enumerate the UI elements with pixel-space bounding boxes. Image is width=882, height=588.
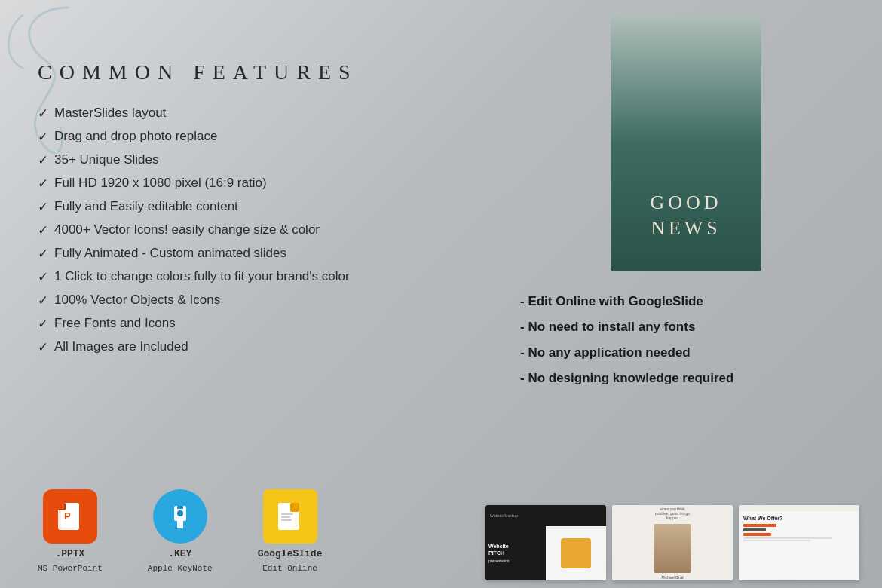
mini-line-1	[743, 537, 832, 539]
google-icon-item: GoogleSlide Edit Online	[258, 489, 323, 573]
google-slide-icon	[263, 489, 317, 544]
feature-item: ✓1 Click to change colors fully to fit y…	[38, 269, 490, 285]
features-list: ✓MasterSlides layout✓Drag and drop photo…	[38, 106, 490, 355]
feature-text: Fully Animated - Custom animated slides	[54, 246, 286, 261]
key-label-bottom: Apple KeyNote	[148, 564, 213, 573]
thumbnail-pitch: Website Mockup WebsitePITCHpresentation	[485, 505, 606, 580]
feature-text: Fully and Easily editable content	[54, 199, 238, 214]
feature-item: ✓MasterSlides layout	[38, 106, 490, 121]
feature-item: ✓Fully and Easily editable content	[38, 199, 490, 215]
key-icon-item: .KEY Apple KeyNote	[148, 489, 213, 573]
feature-item: ✓Free Fonts and Icons	[38, 316, 490, 332]
check-mark: ✓	[38, 222, 50, 238]
left-panel: Common Features ✓MasterSlides layout✓Dra…	[38, 60, 490, 370]
pptx-label-bottom: MS PowerPoint	[38, 564, 103, 573]
feature-text: 100% Vector Objects & Icons	[54, 292, 220, 308]
right-panel: GOOD NEWS - Edit Online with GoogleSlide…	[520, 15, 852, 404]
svg-rect-8	[177, 506, 183, 509]
feature-item: ✓4000+ Vector Icons! easily change size …	[38, 222, 490, 238]
feature-text: 1 Click to change colors fully to fit yo…	[54, 269, 350, 284]
key-label-top: .KEY	[168, 548, 191, 559]
section-title: Common Features	[38, 60, 490, 84]
feature-item: ✓Full HD 1920 x 1080 pixel (16:9 ratio)	[38, 176, 490, 191]
thumb1-right	[546, 526, 606, 580]
pptx-icon-item: P .PPTX MS PowerPoint	[38, 489, 103, 573]
thumb3-header	[739, 505, 859, 511]
check-mark: ✓	[38, 269, 50, 285]
svg-rect-7	[177, 519, 183, 528]
feature-text: Full HD 1920 x 1080 pixel (16:9 ratio)	[54, 176, 267, 191]
check-mark: ✓	[38, 339, 50, 355]
thumbnails-row: Website Mockup WebsitePITCHpresentation …	[485, 505, 859, 580]
feature-item: ✓100% Vector Objects & Icons	[38, 292, 490, 308]
good-news-text: GOOD NEWS	[650, 190, 721, 241]
google-label-top: GoogleSlide	[258, 548, 323, 559]
svg-rect-12	[290, 503, 299, 512]
google-label-bottom: Edit Online	[262, 564, 317, 573]
benefits-list: - Edit Online with GoogleSlide- No need …	[520, 294, 852, 386]
svg-rect-4	[58, 503, 64, 509]
benefit-item: - No any application needed	[520, 345, 852, 360]
icons-row: P .PPTX MS PowerPoint .KEY Apple KeyNote	[38, 489, 322, 573]
thumbnail-offer: What We Offer?	[739, 505, 859, 580]
feature-text: Free Fonts and Icons	[54, 316, 176, 331]
feature-text: All Images are Included	[54, 339, 188, 354]
svg-rect-14	[281, 516, 290, 518]
check-mark: ✓	[38, 292, 50, 308]
check-mark: ✓	[38, 152, 50, 168]
benefit-item: - No need to install any fonts	[520, 320, 852, 335]
key-icon	[153, 489, 207, 544]
check-mark: ✓	[38, 129, 50, 145]
feature-text: 4000+ Vector Icons! easily change size &…	[54, 222, 320, 237]
check-mark: ✓	[38, 246, 50, 262]
feature-text: MasterSlides layout	[54, 106, 166, 121]
person-image	[654, 524, 691, 573]
mini-bar-3	[743, 533, 771, 536]
thumb1-left: WebsitePITCHpresentation	[485, 526, 546, 580]
chair-decoration	[561, 538, 591, 568]
check-mark: ✓	[38, 176, 50, 191]
check-mark: ✓	[38, 106, 50, 121]
pptx-icon: P	[43, 489, 97, 544]
svg-text:P: P	[64, 510, 71, 522]
feature-item: ✓Drag and drop photo replace	[38, 129, 490, 145]
feature-item: ✓Fully Animated - Custom animated slides	[38, 246, 490, 262]
mini-bar-1	[743, 524, 776, 527]
thumb2-body: when you thinkpositive, good thingshappe…	[612, 505, 733, 580]
thumb3-body: What We Offer?	[739, 511, 859, 580]
mini-bar-2	[743, 528, 766, 531]
thumb1-body: WebsitePITCHpresentation	[485, 526, 606, 580]
thumbnail-profile: when you thinkpositive, good thingshappe…	[612, 505, 733, 580]
check-mark: ✓	[38, 199, 50, 215]
feature-text: 35+ Unique Slides	[54, 152, 158, 167]
mini-line-2	[743, 540, 810, 541]
benefit-item: - Edit Online with GoogleSlide	[520, 294, 852, 309]
svg-rect-15	[281, 519, 292, 521]
svg-rect-13	[281, 513, 293, 515]
svg-point-9	[177, 510, 183, 516]
thumb1-header: Website Mockup	[485, 505, 606, 526]
check-mark: ✓	[38, 316, 50, 332]
benefit-item: - No designing knowledge required	[520, 371, 852, 386]
feature-item: ✓All Images are Included	[38, 339, 490, 355]
good-news-card: GOOD NEWS	[611, 15, 761, 271]
pptx-label-top: .PPTX	[55, 548, 84, 559]
feature-item: ✓35+ Unique Slides	[38, 152, 490, 168]
feature-text: Drag and drop photo replace	[54, 129, 217, 144]
